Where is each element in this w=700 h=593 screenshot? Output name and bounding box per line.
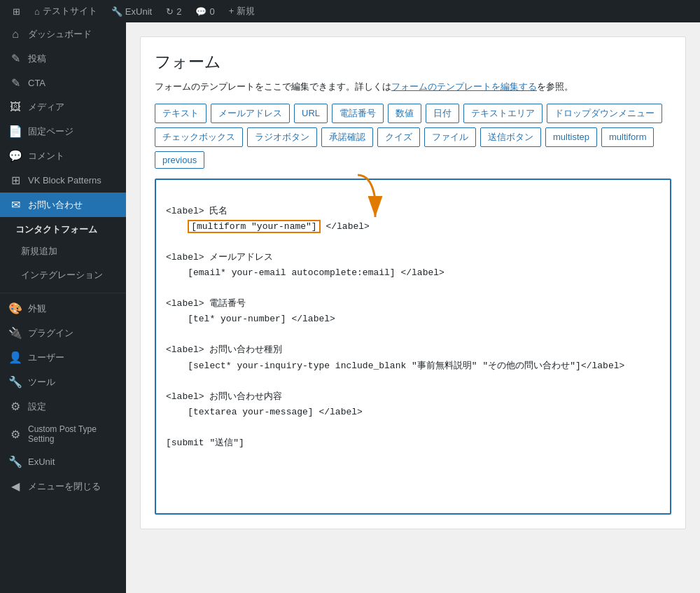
form-template-link[interactable]: フォームのテンプレートを編集する <box>391 81 537 92</box>
sidebar-item-appearance[interactable]: 🎨 外観 <box>0 296 126 321</box>
tag-btn-textarea[interactable]: テキストエリア <box>463 104 542 123</box>
dashboard-icon: ⌂ <box>8 28 22 41</box>
code-editor[interactable]: <label> 氏名 [multiform "your-name"] </lab… <box>155 179 671 515</box>
close-menu-icon: ◀ <box>8 480 22 493</box>
exunit-nav-icon: 🔧 <box>8 455 22 468</box>
admin-bar: ⊞ ⌂ テストサイト 🔧 ExUnit ↻ 2 💬 0 + 新規 <box>0 0 700 22</box>
vk-icon: ⊞ <box>8 174 22 187</box>
media-icon: 🖼 <box>8 101 22 113</box>
sidebar-item-close-menu[interactable]: ◀ メニューを閉じる <box>0 474 126 498</box>
pages-icon: 📄 <box>8 125 22 138</box>
plugins-icon: 🔌 <box>8 326 22 340</box>
tag-btn-file[interactable]: ファイル <box>424 127 476 147</box>
tag-btn-radio[interactable]: ラジオボタン <box>247 127 317 147</box>
sidebar-item-pages[interactable]: 📄 固定ページ <box>0 119 126 144</box>
sidebar-item-dashboard[interactable]: ⌂ ダッシュボード <box>0 22 126 46</box>
tag-buttons-container: テキスト メールアドレス URL 電話番号 数値 日付 テキストエリア ドロップ… <box>155 104 671 169</box>
sidebar-item-users[interactable]: 👤 ユーザー <box>0 345 126 370</box>
tag-btn-text[interactable]: テキスト <box>155 104 206 123</box>
comments-nav-icon: 💬 <box>8 149 22 162</box>
sidebar-item-exunit[interactable]: 🔧 ExUnit <box>0 449 126 474</box>
sidebar-item-comments[interactable]: 💬 コメント <box>0 144 126 168</box>
contact-form-header: コンタクトフォーム <box>7 220 126 239</box>
posts-icon: ✎ <box>8 52 22 65</box>
sidebar-item-contact[interactable]: ✉ お問い合わせ <box>0 193 126 217</box>
comments-icon: 💬 <box>195 6 206 17</box>
tools-icon: 🔧 <box>8 375 22 389</box>
adminbar-new[interactable]: + 新規 <box>222 0 262 22</box>
tag-btn-dropdown[interactable]: ドロップダウンメニュー <box>547 104 662 123</box>
tag-btn-multistep[interactable]: multistep <box>545 127 597 147</box>
updates-icon: ↻ <box>166 6 174 17</box>
tag-btn-submit[interactable]: 送信ボタン <box>480 127 541 147</box>
tag-btn-email[interactable]: メールアドレス <box>211 104 290 123</box>
editor-line-1: <label> 氏名 [multiform "your-name"] </lab… <box>166 206 624 448</box>
tag-btn-checkbox[interactable]: チェックボックス <box>155 127 243 147</box>
cta-icon: ✎ <box>8 76 22 90</box>
settings-icon: ⚙ <box>8 400 22 413</box>
tag-btn-quiz[interactable]: クイズ <box>377 127 420 147</box>
code-editor-section: <label> 氏名 [multiform "your-name"] </lab… <box>155 179 671 515</box>
sidebar: ⌂ ダッシュボード ✎ 投稿 ✎ CTA 🖼 メディア 📄 固定ページ 💬 コメ… <box>0 22 126 593</box>
appearance-icon: 🎨 <box>8 302 22 315</box>
tag-btn-acceptance[interactable]: 承諾確認 <box>321 127 373 147</box>
main-content: フォーム フォームのテンプレートをここで編集できます。詳しくはフォームのテンプレ… <box>126 22 700 593</box>
tag-btn-url[interactable]: URL <box>294 104 328 123</box>
tag-btn-tel[interactable]: 電話番号 <box>332 104 384 123</box>
form-description: フォームのテンプレートをここで編集できます。詳しくはフォームのテンプレートを編集… <box>155 80 671 94</box>
sidebar-item-settings[interactable]: ⚙ 設定 <box>0 394 126 419</box>
custom-post-type-icon: ⚙ <box>8 428 22 441</box>
contact-icon: ✉ <box>8 198 22 211</box>
tag-btn-date[interactable]: 日付 <box>426 104 459 123</box>
sidebar-item-tools[interactable]: 🔧 ツール <box>0 370 126 394</box>
adminbar-site-name[interactable]: ⌂ テストサイト <box>27 0 104 22</box>
sidebar-subitem-new-add[interactable]: 新規追加 <box>7 239 126 263</box>
adminbar-wp-logo[interactable]: ⊞ <box>6 0 27 22</box>
users-icon: 👤 <box>8 351 22 364</box>
sidebar-subitem-integration[interactable]: インテグレーション <box>7 263 126 287</box>
adminbar-comments[interactable]: 💬 0 <box>188 0 221 22</box>
sidebar-item-cta[interactable]: ✎ CTA <box>0 71 126 95</box>
sidebar-item-posts[interactable]: ✎ 投稿 <box>0 46 126 71</box>
exunit-icon: 🔧 <box>111 6 122 17</box>
sidebar-item-plugins[interactable]: 🔌 プラグイン <box>0 321 126 345</box>
page-title: フォーム <box>155 51 671 73</box>
sidebar-item-vk-block-patterns[interactable]: ⊞ VK Block Patterns <box>0 168 126 193</box>
highlighted-multiform-tag: [multiform "your-name"] <box>188 220 320 233</box>
sidebar-item-media[interactable]: 🖼 メディア <box>0 95 126 119</box>
tag-btn-previous[interactable]: previous <box>155 151 204 169</box>
adminbar-updates[interactable]: ↻ 2 <box>159 0 188 22</box>
sidebar-item-custom-post-type[interactable]: ⚙ Custom Post Type Setting <box>0 419 126 449</box>
house-icon: ⌂ <box>34 6 40 17</box>
tag-btn-multiform[interactable]: multiform <box>601 127 654 147</box>
adminbar-exunit[interactable]: 🔧 ExUnit <box>104 0 159 22</box>
wp-logo-icon: ⊞ <box>13 6 20 17</box>
form-editor-container: フォーム フォームのテンプレートをここで編集できます。詳しくはフォームのテンプレ… <box>140 36 686 529</box>
tag-btn-number[interactable]: 数値 <box>388 104 421 123</box>
